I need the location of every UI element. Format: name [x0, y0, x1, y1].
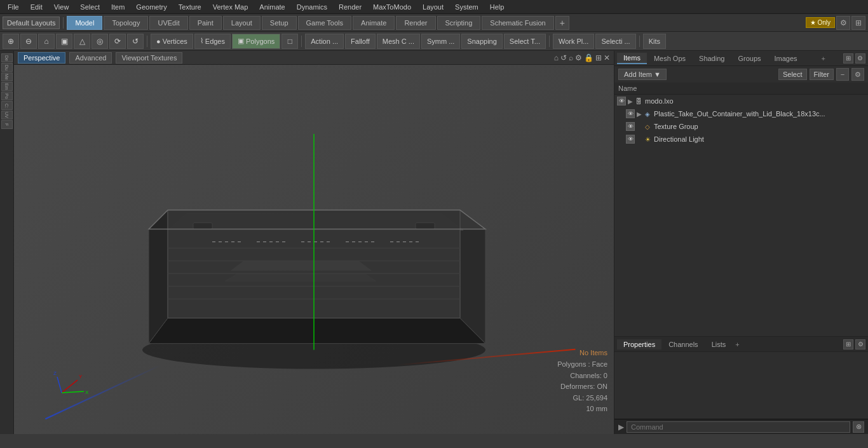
item-row-light[interactable]: 👁 ▶ ☀ Directional Light: [614, 133, 868, 146]
menu-layout[interactable]: Layout: [417, 2, 449, 12]
tab-add-button[interactable]: +: [555, 16, 569, 30]
polygons-btn[interactable]: ▣ Polygons: [232, 34, 280, 49]
menu-view[interactable]: View: [49, 2, 74, 12]
add-item-button[interactable]: Add Item ▼: [618, 69, 667, 80]
item-row-modo[interactable]: 👁 ▶ 🗄 modo.lxo: [614, 95, 868, 107]
items-minus-btn[interactable]: −: [836, 68, 849, 81]
tool-icon-5[interactable]: ◎: [92, 34, 108, 49]
tool-icon-6[interactable]: ⟳: [109, 34, 126, 49]
sidebar-btn-de[interactable]: De: [1, 53, 13, 62]
menu-file[interactable]: File: [3, 2, 24, 12]
menu-texture[interactable]: Texture: [173, 2, 207, 12]
tab-gametools[interactable]: Game Tools: [298, 16, 352, 30]
menu-help[interactable]: Help: [485, 2, 510, 12]
rpanel-tab-meshops[interactable]: Mesh Ops: [648, 53, 692, 64]
falloff-btn[interactable]: Falloff: [345, 34, 376, 49]
bpanel-tab-lists[interactable]: Lists: [705, 339, 733, 350]
select-mode-icon[interactable]: □: [281, 34, 298, 49]
menu-dynamics[interactable]: Dynamics: [292, 2, 332, 12]
bpanel-expand-btn[interactable]: ⊞: [843, 339, 853, 350]
menu-edit[interactable]: Edit: [25, 2, 48, 12]
item-row-texture[interactable]: 👁 ▶ ◇ Texture Group: [614, 120, 868, 133]
vp-tab-advanced[interactable]: Advanced: [69, 52, 112, 64]
menu-system[interactable]: System: [450, 2, 484, 12]
tool-icon-4[interactable]: △: [74, 34, 90, 49]
tool-icon-2[interactable]: ⌂: [38, 34, 55, 49]
item-expand-texture[interactable]: ▶: [637, 123, 643, 130]
selecti-btn[interactable]: Selecti ...: [595, 34, 635, 49]
command-input[interactable]: [627, 421, 850, 433]
vp-home-icon[interactable]: ⌂: [554, 53, 559, 62]
rpanel-tab-shading[interactable]: Shading: [693, 53, 731, 64]
tool-icon-0[interactable]: ⊕: [3, 34, 19, 49]
viewport[interactable]: Perspective Advanced Viewport Textures ⌂…: [14, 51, 614, 434]
sidebar-btn-pol[interactable]: Po: [1, 92, 13, 100]
sidebar-btn-dup[interactable]: Du: [1, 63, 13, 72]
snapping-btn[interactable]: Snapping: [461, 34, 503, 49]
tab-schematic[interactable]: Schematic Fusion: [482, 16, 553, 30]
item-row-container[interactable]: 👁 ▶ ◈ Plastic_Take_Out_Container_with_Li…: [614, 107, 868, 120]
tab-scripting[interactable]: Scripting: [437, 16, 481, 30]
rpanel-tab-add[interactable]: +: [822, 55, 825, 62]
vertices-btn[interactable]: ● Vertices: [151, 34, 193, 49]
command-clear-btn[interactable]: ⊗: [853, 421, 864, 433]
layout-dropdown[interactable]: Default Layouts: [3, 17, 60, 29]
menu-maxtomodo[interactable]: MaxToModo: [368, 2, 416, 12]
workpl-btn[interactable]: Work Pl...: [553, 34, 594, 49]
menu-item[interactable]: Item: [106, 2, 130, 12]
bpanel-tab-properties[interactable]: Properties: [617, 339, 661, 350]
vp-search-icon[interactable]: ⌕: [569, 53, 573, 62]
tab-setup[interactable]: Setup: [262, 16, 297, 30]
tab-model[interactable]: Model: [67, 16, 102, 30]
canvas-area[interactable]: Y X Z No Items Polygons : Face Channels:…: [14, 65, 614, 434]
tool-icon-7[interactable]: ↺: [127, 34, 144, 49]
menu-vertexmap[interactable]: Vertex Map: [208, 2, 254, 12]
vp-expand-icon[interactable]: ⊞: [595, 53, 602, 62]
bpanel-gear-btn[interactable]: ⚙: [855, 339, 865, 350]
item-expand-modo[interactable]: ▶: [628, 98, 634, 105]
symm-btn[interactable]: Symm ...: [421, 34, 460, 49]
rpanel-tab-items[interactable]: Items: [617, 53, 647, 64]
star-badge[interactable]: ★ Only: [806, 17, 835, 28]
tab-paint[interactable]: Paint: [189, 16, 222, 30]
item-eye-texture[interactable]: 👁: [626, 122, 635, 131]
menu-geometry[interactable]: Geometry: [131, 2, 172, 12]
settings-icon[interactable]: ⚙: [836, 16, 850, 30]
item-eye-modo[interactable]: 👁: [617, 97, 626, 105]
item-expand-container[interactable]: ▶: [637, 111, 643, 118]
vp-tab-viewporttextures[interactable]: Viewport Textures: [116, 52, 182, 64]
rpanel-expand-btn[interactable]: ⊞: [843, 53, 853, 64]
sidebar-btn-f[interactable]: F: [1, 120, 13, 129]
edges-btn[interactable]: ⌇ Edges: [194, 34, 231, 49]
select-button[interactable]: Select: [778, 69, 807, 80]
vp-tab-perspective[interactable]: Perspective: [18, 52, 65, 64]
filter-button[interactable]: Filter: [810, 69, 834, 80]
items-gear-btn[interactable]: ⚙: [851, 68, 864, 81]
tab-layout[interactable]: Layout: [223, 16, 261, 30]
vp-refresh-icon[interactable]: ↺: [560, 53, 567, 62]
menu-render[interactable]: Render: [334, 2, 367, 12]
tool-icon-3[interactable]: ▣: [56, 34, 72, 49]
menu-animate[interactable]: Animate: [254, 2, 290, 12]
tab-render[interactable]: Render: [396, 16, 435, 30]
tab-animate[interactable]: Animate: [353, 16, 395, 30]
item-expand-light[interactable]: ▶: [637, 136, 643, 143]
tool-icon-1[interactable]: ⊖: [20, 34, 37, 49]
rpanel-tab-groups[interactable]: Groups: [731, 53, 767, 64]
bpanel-add-btn[interactable]: +: [735, 341, 739, 348]
sidebar-btn-mes[interactable]: Me: [1, 72, 13, 81]
sidebar-btn-em[interactable]: Em: [1, 82, 13, 91]
rpanel-gear-btn[interactable]: ⚙: [855, 53, 865, 64]
vp-close-icon[interactable]: ✕: [604, 53, 610, 62]
bpanel-tab-channels[interactable]: Channels: [662, 339, 704, 350]
menu-select[interactable]: Select: [75, 2, 105, 12]
action-btn[interactable]: Action ...: [305, 34, 344, 49]
tab-topology[interactable]: Topology: [104, 16, 148, 30]
vp-lock-icon[interactable]: 🔒: [584, 53, 593, 62]
sidebar-btn-uv[interactable]: UV: [1, 111, 13, 119]
meshc-btn[interactable]: Mesh C ...: [377, 34, 420, 49]
sidebar-btn-c[interactable]: C:: [1, 101, 13, 110]
selectt-btn[interactable]: Select T...: [504, 34, 546, 49]
vp-gear-icon[interactable]: ⚙: [575, 53, 582, 62]
item-eye-light[interactable]: 👁: [626, 135, 635, 144]
